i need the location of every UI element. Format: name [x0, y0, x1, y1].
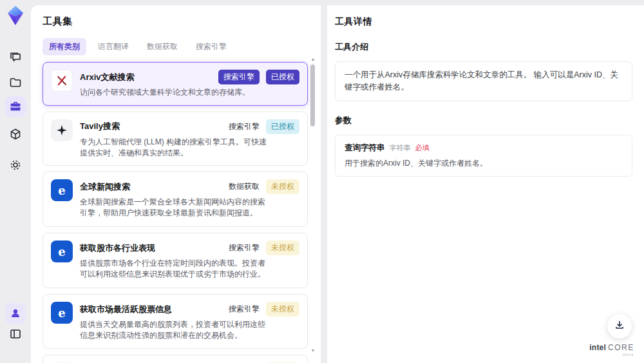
scroll-down-icon[interactable]: ▼	[310, 348, 316, 353]
param-name: 查询字符串	[345, 142, 385, 153]
tool-auth-badge: 未授权	[266, 302, 299, 317]
download-button[interactable]	[607, 314, 632, 338]
folder-icon	[9, 76, 22, 89]
tab-data-acquisition[interactable]: 数据获取	[140, 38, 184, 55]
sidebar-item-settings[interactable]	[5, 155, 26, 175]
tab-all-categories[interactable]: 所有类别	[43, 38, 86, 55]
tool-name: 获取市场最活跃股票信息	[80, 304, 222, 315]
tool-card-list: Arxiv文献搜索 搜索引擎 已授权 访问各个研究领域大量科学论文和文章的存储库…	[43, 62, 308, 363]
tool-description: 全球新闻搜索是一个聚合全球各大新闻网站内容的搜索引擎，帮助用户快速获取全球最新资…	[80, 197, 268, 219]
tool-auth-badge: 已授权	[266, 119, 299, 134]
panel-divider	[321, 5, 327, 363]
list-scrollbar[interactable]: ▲ ▼	[310, 57, 316, 353]
tool-category-label: 搜索引擎	[229, 304, 260, 315]
param-required-flag: 必填	[415, 143, 430, 153]
sidebar-item-panels[interactable]	[5, 324, 26, 344]
tool-description: 提供当天交易量最高的股票列表，投资者可以利用这些信息来识别流动性强的股票和潜在的…	[80, 319, 268, 341]
page-title: 工具集	[43, 15, 321, 28]
scroll-up-icon[interactable]: ▲	[310, 57, 316, 62]
tool-card-most-active-stocks[interactable]: e 获取市场最活跃股票信息 搜索引擎 未授权 提供当天交易量最高的股票列表，投资…	[43, 294, 308, 349]
tool-detail-panel: 工具详情 工具介绍 一个用于从Arxiv存储库搜索科学论文和文章的工具。 输入可…	[327, 5, 644, 363]
tool-category-label: 搜索引擎	[229, 121, 260, 132]
tool-name: Tavily搜索	[80, 121, 222, 132]
param-type: 字符串	[390, 143, 411, 153]
tool-card-global-news[interactable]: e 全球新闻搜索 数据获取 未授权 全球新闻搜索是一个聚合全球各大新闻网站内容的…	[43, 172, 308, 227]
main-panel: 工具集 所有类别 语言翻译 数据获取 搜索引擎 Arxiv文献搜索	[31, 5, 644, 363]
tab-search-engine[interactable]: 搜索引擎	[189, 38, 233, 55]
sidebar-item-models[interactable]	[5, 124, 26, 144]
tool-card-sector-performance[interactable]: e 获取股市各行业表现 搜索引擎 未授权 提供股票市场各个行业在特定时间段内的表…	[43, 233, 308, 288]
gear-icon	[9, 159, 22, 172]
tool-description: 专为人工智能代理 (LLM) 构建的搜索引擎工具。可快速提供实时、准确和真实的结…	[80, 137, 268, 159]
tavily-star-logo-icon	[51, 119, 73, 141]
core-wordmark: core	[608, 344, 634, 351]
user-icon	[10, 308, 21, 319]
tool-description: 访问各个研究领域大量科学论文和文章的存储库。	[80, 87, 268, 98]
app-logo	[6, 5, 25, 26]
tool-category-label: 数据获取	[229, 181, 260, 192]
tool-auth-badge: 已授权	[266, 70, 299, 84]
tool-card-regional-news[interactable]: 万维地区新闻查询 搜索引擎 未授权 查询具体行政区划内的新闻，快速了解各地新闻动	[43, 355, 308, 363]
news-blue-logo-icon: e	[51, 302, 73, 324]
tool-card-arxiv[interactable]: Arxiv文献搜索 搜索引擎 已授权 访问各个研究领域大量科学论文和文章的存储库…	[43, 62, 308, 106]
news-blue-logo-icon: e	[51, 240, 73, 262]
news-blue-logo-icon: e	[51, 179, 73, 201]
tool-name: 获取股市各行业表现	[80, 242, 222, 254]
param-description: 用于搜索的Arxiv ID、关键字或作者姓名。	[345, 158, 623, 169]
sidebar-item-user[interactable]	[5, 303, 26, 324]
arxiv-logo-icon	[51, 70, 73, 92]
core-tier-label: Ultra	[587, 353, 636, 357]
tool-auth-badge: 未授权	[266, 240, 299, 255]
chat-icon	[9, 51, 22, 64]
parameter-card: 查询字符串 字符串 必填 用于搜索的Arxiv ID、关键字或作者姓名。	[335, 135, 632, 177]
params-heading: 参数	[335, 115, 632, 126]
tool-description: 提供股票市场各个行业在特定时间段内的表现。投资者可以利用这些信息来识别表现优于或…	[80, 258, 268, 280]
sidebar-rail	[0, 0, 31, 363]
tab-language-translation[interactable]: 语言翻译	[91, 38, 135, 55]
tool-category-badge: 搜索引擎	[218, 70, 260, 84]
intel-core-logo: intel core Ultra	[587, 344, 636, 357]
tool-category-label: 搜索引擎	[229, 242, 260, 253]
scrollbar-thumb[interactable]	[310, 64, 315, 126]
sidebar-item-chat[interactable]	[5, 47, 26, 68]
download-icon	[614, 320, 625, 333]
intel-wordmark: intel	[589, 344, 606, 351]
briefcase-icon	[9, 100, 22, 113]
tool-auth-badge: 未授权	[266, 179, 299, 194]
sidebar-item-tools[interactable]	[5, 96, 26, 117]
detail-title: 工具详情	[335, 16, 632, 28]
tool-intro-box: 一个用于从Arxiv存储库搜索科学论文和文章的工具。 输入可以是Arxiv ID…	[335, 61, 632, 101]
tool-name: 全球新闻搜索	[80, 181, 222, 193]
sidebar-item-files[interactable]	[5, 72, 26, 93]
cube-icon	[9, 128, 22, 141]
tools-list-panel: 工具集 所有类别 语言翻译 数据获取 搜索引擎 Arxiv文献搜索	[31, 5, 321, 363]
tool-card-tavily[interactable]: Tavily搜索 搜索引擎 已授权 专为人工智能代理 (LLM) 构建的搜索引擎…	[43, 112, 308, 166]
tool-name: Arxiv文献搜索	[80, 72, 212, 83]
category-tabs: 所有类别 语言翻译 数据获取 搜索引擎	[43, 38, 321, 55]
intro-heading: 工具介绍	[335, 41, 632, 53]
layout-panel-icon	[9, 328, 22, 340]
